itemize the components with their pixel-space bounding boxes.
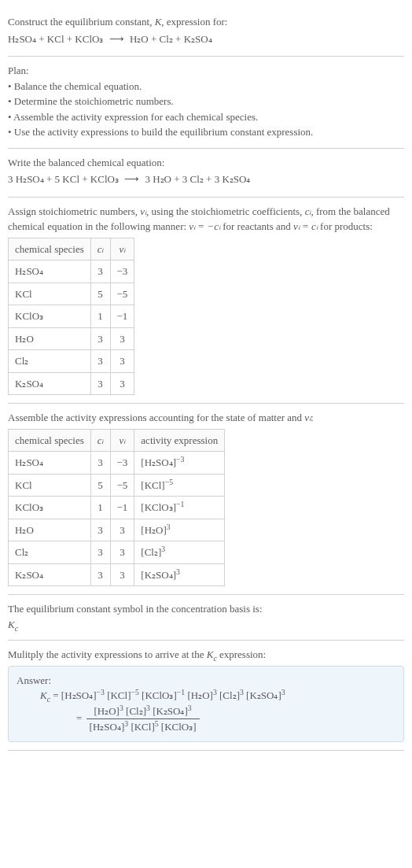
multiply-section: Mulitply the activity expressions to arr… (8, 641, 404, 751)
stoich-text: Assign stoichiometric numbers, (8, 205, 140, 217)
stoich-text: for reactants and (220, 220, 293, 232)
cell-species: K₂SO₄ (9, 372, 91, 395)
kc-lhs: Kc (40, 689, 50, 701)
den-term: [KClO₃] (161, 721, 197, 733)
col-ci: cᵢ (90, 429, 110, 452)
kc-base: K (8, 619, 15, 630)
kc-symbol: Kc (8, 617, 404, 633)
table-row: H₂O33 (9, 327, 134, 350)
term-exp: 3 (240, 688, 244, 696)
activity-intro: Assemble the activity expressions accoun… (8, 410, 404, 426)
fraction: [H₂O]3 [Cl₂]3 [K₂SO₄]3 [H₂SO₄]3 [KCl]5 [… (86, 704, 200, 735)
term-base: [H₂O] (94, 705, 119, 717)
intro-section: Construct the equilibrium constant, K, e… (8, 8, 404, 57)
cell-ci: 3 (90, 260, 110, 283)
cell-species: KClO₃ (9, 497, 91, 519)
fraction-denominator: [H₂SO₄]3 [KCl]5 [KClO₃] (86, 719, 200, 735)
num-term: [K₂SO₄]3 (153, 705, 192, 717)
term-exp: −1 (177, 688, 185, 696)
plan-item-3: • Assemble the activity expression for e… (8, 109, 404, 125)
plan-item-4: • Use the activity expressions to build … (8, 124, 404, 140)
term-base: [Cl₂] (219, 689, 240, 701)
col-species: chemical species (9, 429, 91, 452)
table-row: KClO₃1−1[KClO₃]−1 (9, 497, 225, 519)
cell-vi: 3 (110, 327, 134, 350)
equals-sign: = (53, 689, 61, 701)
cell-ci: 1 (90, 305, 110, 328)
table-row: K₂SO₄33 (9, 372, 134, 395)
answer-term: [Cl₂]3 (219, 689, 244, 701)
cell-species: KCl (9, 474, 91, 497)
act-base: [H₂O] (141, 524, 166, 536)
act-exp: −5 (165, 477, 173, 486)
plan-title: Plan: (8, 63, 404, 79)
stoich-table: chemical species cᵢ νᵢ H₂SO₄3−3 KCl5−5 K… (8, 238, 134, 396)
act-exp: −1 (176, 500, 184, 508)
cell-ci: 3 (90, 372, 110, 395)
symbol-line: The equilibrium constant symbol in the c… (8, 601, 404, 617)
symbol-section: The equilibrium constant symbol in the c… (8, 595, 404, 641)
cell-activity: [H₂O]3 (134, 519, 225, 541)
term-exp: 3 (188, 703, 192, 711)
cell-vi: 3 (110, 350, 134, 373)
kc-base: K (40, 689, 47, 701)
reaction-arrow-icon: ⟶ (106, 33, 127, 45)
term-exp: −3 (97, 688, 105, 696)
table-row: H₂SO₄3−3 (9, 260, 134, 283)
cell-species: H₂SO₄ (9, 260, 91, 283)
plan-item-2: • Determine the stoichiometric numbers. (8, 94, 404, 109)
num-term: [H₂O]3 (94, 705, 123, 717)
term-exp: 5 (155, 719, 159, 728)
term-base: [KClO₃] (161, 721, 197, 733)
col-ci: cᵢ (90, 238, 110, 260)
act-exp: 3 (176, 567, 180, 575)
relation-products: νᵢ = cᵢ (293, 220, 318, 232)
activity-text: : (311, 412, 314, 423)
cell-ci: 3 (90, 327, 110, 350)
cell-species: Cl₂ (9, 541, 91, 564)
cell-activity: [H₂SO₄]−3 (134, 452, 225, 475)
cell-species: KCl (9, 283, 91, 305)
cell-vi: 3 (110, 563, 134, 586)
answer-term: [H₂O]3 (187, 689, 216, 701)
cell-vi: 3 (110, 519, 134, 541)
answer-label: Answer: (17, 673, 395, 689)
cell-species: K₂SO₄ (9, 563, 91, 586)
cell-vi: −5 (110, 283, 134, 305)
term-base: [H₂SO₄] (61, 689, 97, 701)
den-term: [KCl]5 (131, 721, 158, 733)
cell-species: H₂SO₄ (9, 452, 91, 475)
act-exp: −3 (176, 455, 184, 464)
cell-ci: 5 (90, 283, 110, 305)
plan-section: Plan: • Balance the chemical equation. •… (8, 57, 404, 149)
stoich-section: Assign stoichiometric numbers, νᵢ, using… (8, 198, 404, 404)
cell-ci: 3 (90, 541, 110, 564)
eq-lhs: H₂SO₄ + KCl + KClO₃ (8, 33, 103, 45)
table-row: H₂SO₄3−3[H₂SO₄]−3 (9, 452, 225, 475)
answer-eq: Kc = [H₂SO₄]−3 [KCl]−5 [KClO₃]−1 [H₂O]3 … (17, 688, 395, 704)
cell-species: H₂O (9, 327, 91, 350)
act-base: [H₂SO₄] (141, 456, 176, 468)
balanced-equation: 3 H₂SO₄ + 5 KCl + KClO₃ ⟶ 3 H₂O + 3 Cl₂ … (8, 172, 404, 187)
plan-item-1: • Balance the chemical equation. (8, 79, 404, 94)
cell-ci: 3 (90, 519, 110, 541)
term-base: [K₂SO₄] (246, 689, 281, 701)
table-row: KClO₃1−1 (9, 305, 134, 328)
cell-vi: 3 (110, 541, 134, 564)
table-row: Cl₂33 (9, 350, 134, 373)
table-row: KCl5−5[KCl]−5 (9, 474, 225, 497)
multiply-text: Mulitply the activity expressions to arr… (8, 648, 207, 660)
term-base: [H₂O] (187, 689, 212, 701)
term-exp: 3 (213, 688, 217, 696)
cell-vi: 3 (110, 372, 134, 395)
table-row: H₂O33[H₂O]3 (9, 519, 225, 541)
table-row: K₂SO₄33[K₂SO₄]3 (9, 563, 225, 586)
activity-table: chemical species cᵢ νᵢ activity expressi… (8, 429, 225, 587)
term-exp: −5 (131, 688, 138, 696)
answer-term: [H₂SO₄]−3 (61, 689, 105, 701)
kc-sub: c (15, 623, 18, 632)
intro-text-pre: Construct the equilibrium constant, (8, 16, 155, 28)
act-base: [Cl₂] (141, 546, 161, 558)
term-base: [KClO₃] (142, 689, 177, 701)
intro-equation: H₂SO₄ + KCl + KClO₃ ⟶ H₂O + Cl₂ + K₂SO₄ (8, 31, 404, 47)
